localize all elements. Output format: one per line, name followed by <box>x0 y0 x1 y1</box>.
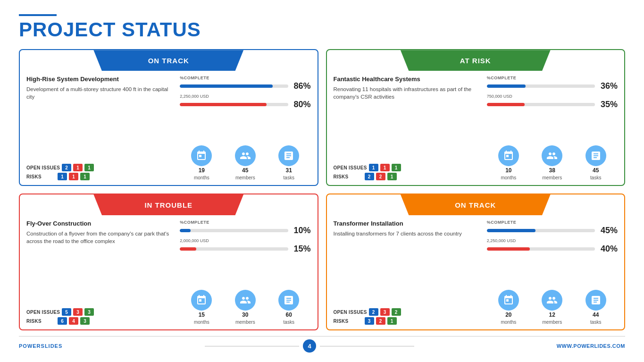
progress-row-4: 45% <box>487 226 618 236</box>
footer-brand: POWERSLIDES <box>19 343 62 349</box>
card-header-container-3: IN TROUBLE <box>20 194 318 215</box>
people-svg-1 <box>240 150 251 161</box>
people-icon-3 <box>235 290 256 311</box>
project-name-1: High-Rise System Development <box>26 76 170 83</box>
people-svg-2 <box>546 150 558 161</box>
risks-label-4: RISKS <box>334 319 363 324</box>
pct-section-3: %COMPLETE 10% 2,000,000 USD <box>180 220 310 257</box>
risks-label-1: RISKS <box>26 174 56 179</box>
tasks-sub-4: tasks <box>590 320 601 325</box>
card-on-track-2: ON TRACK Transformer Installation Instal… <box>326 194 626 330</box>
calendar-icon-2 <box>498 145 519 166</box>
tasks-sub-3: tasks <box>284 320 294 325</box>
issue-badge-2-3: 1 <box>392 164 401 171</box>
budget-track-3 <box>180 247 288 251</box>
usd-label-2: 750,000 USD <box>487 94 618 99</box>
calendar-svg-4 <box>503 295 514 306</box>
members-num-4: 12 <box>549 312 555 318</box>
budget-value-3: 15% <box>291 244 311 254</box>
icons-row-1: 19 months 45 members <box>180 145 310 180</box>
members-num-1: 45 <box>242 168 248 174</box>
months-sub-3: months <box>194 320 209 325</box>
card-header-4: ON TRACK <box>392 194 559 215</box>
calendar-svg-1 <box>196 150 207 161</box>
footer-center: 4 <box>205 339 414 353</box>
members-icon-4: 12 members <box>542 290 562 325</box>
tasks-svg-1 <box>283 150 294 161</box>
card-header-container-1: ON TRACK <box>20 50 318 71</box>
tasks-circle-4 <box>585 290 606 311</box>
footer-line-left <box>205 346 299 346</box>
usd-label-4: 2,250,000 USD <box>487 238 618 243</box>
tasks-num-3: 60 <box>286 312 292 318</box>
card-on-track-1: ON TRACK High-Rise System Development De… <box>19 49 318 186</box>
issue-badge-3-3: 3 <box>84 308 94 316</box>
card-in-trouble: IN TROUBLE Fly-Over Construction Constru… <box>19 194 318 330</box>
tasks-circle-1 <box>278 145 299 166</box>
tasks-num-4: 44 <box>593 312 599 318</box>
pct-label-2: %COMPLETE <box>487 76 618 80</box>
card-body-4: Transformer Installation Installing tran… <box>327 215 625 329</box>
budget-track-4 <box>487 247 595 251</box>
pct-value-2: 36% <box>598 81 618 91</box>
risk-badge-1-3: 1 <box>80 173 90 180</box>
risks-label-2: RISKS <box>334 174 363 179</box>
issue-badge-1-2: 1 <box>73 164 83 171</box>
risk-badge-3-3: 3 <box>80 317 90 325</box>
issue-badge-4-3: 2 <box>392 308 401 316</box>
icons-row-2: 10 months 38 members <box>487 145 618 180</box>
pct-section-1: %COMPLETE 86% 2,250,000 USD <box>180 76 310 112</box>
card-left-1: High-Rise System Development Development… <box>26 76 175 180</box>
risks-row-3: RISKS 6 4 3 <box>26 317 170 325</box>
issue-badge-2-2: 1 <box>380 164 390 171</box>
tasks-icon-3: 60 tasks <box>278 290 299 325</box>
issue-badge-3-2: 3 <box>73 308 83 316</box>
card-body-1: High-Rise System Development Development… <box>20 71 318 185</box>
members-sub-4: members <box>542 320 562 325</box>
risks-label-3: RISKS <box>26 319 56 324</box>
members-icon-2: 38 members <box>542 145 562 180</box>
card-header-container-4: ON TRACK <box>327 194 625 215</box>
progress-row-3: 10% <box>180 226 310 236</box>
title-text2: STATUS <box>122 18 201 41</box>
project-desc-1: Development of a multi-storey structure … <box>26 85 170 101</box>
open-issues-row-4: OPEN ISSUES 2 3 2 <box>334 308 477 316</box>
card-at-risk: AT RISK Fantastic Healthcare Systems Ren… <box>326 49 626 186</box>
risks-row-1: RISKS 1 1 1 <box>26 173 170 180</box>
pct-fill-1 <box>180 84 273 88</box>
page-title: PROJECT STATUS <box>19 19 625 41</box>
issue-badge-4-1: 2 <box>369 308 378 316</box>
people-icon-4 <box>542 290 562 311</box>
people-icon-2 <box>542 145 562 166</box>
card-header-container-2: AT RISK <box>327 50 625 71</box>
issues-risks-4: OPEN ISSUES 2 3 2 RISKS 3 2 1 <box>334 308 477 325</box>
calendar-icon-3 <box>191 290 212 311</box>
tasks-num-1: 31 <box>286 168 292 174</box>
issues-risks-3: OPEN ISSUES 5 3 3 RISKS 6 4 3 <box>26 308 170 325</box>
tasks-circle-3 <box>278 290 299 311</box>
risk-badge-3-1: 6 <box>58 317 67 325</box>
risk-badge-2-1: 2 <box>365 173 374 180</box>
months-icon-1: 19 months <box>191 145 212 180</box>
card-body-3: Fly-Over Construction Construction of a … <box>20 215 318 329</box>
footer-page-num: 4 <box>303 339 316 353</box>
title-text1: PROJECT <box>19 18 122 41</box>
months-num-4: 20 <box>505 312 511 318</box>
pct-value-1: 86% <box>291 81 311 91</box>
budget-fill-4 <box>487 247 530 251</box>
people-svg-3 <box>240 295 251 306</box>
card-right-2: %COMPLETE 36% 750,000 USD 3 <box>487 76 618 180</box>
risk-badge-1-2: 1 <box>69 173 78 180</box>
footer-url: WWW.POWERLIDES.COM <box>557 343 625 349</box>
pct-track-3 <box>180 229 288 232</box>
tasks-num-2: 45 <box>593 168 599 174</box>
header-section: PROJECT STATUS <box>19 14 625 41</box>
pct-value-3: 10% <box>291 226 311 236</box>
risk-badge-2-3: 1 <box>387 173 397 180</box>
card-status-4: ON TRACK <box>455 201 496 209</box>
open-issues-label-4: OPEN ISSUES <box>334 310 367 315</box>
card-right-4: %COMPLETE 45% 2,250,000 USD <box>487 220 618 325</box>
open-issues-row-1: OPEN ISSUES 2 1 1 <box>26 164 170 171</box>
members-icon-3: 30 members <box>235 290 256 325</box>
risk-badge-1-1: 1 <box>58 173 67 180</box>
